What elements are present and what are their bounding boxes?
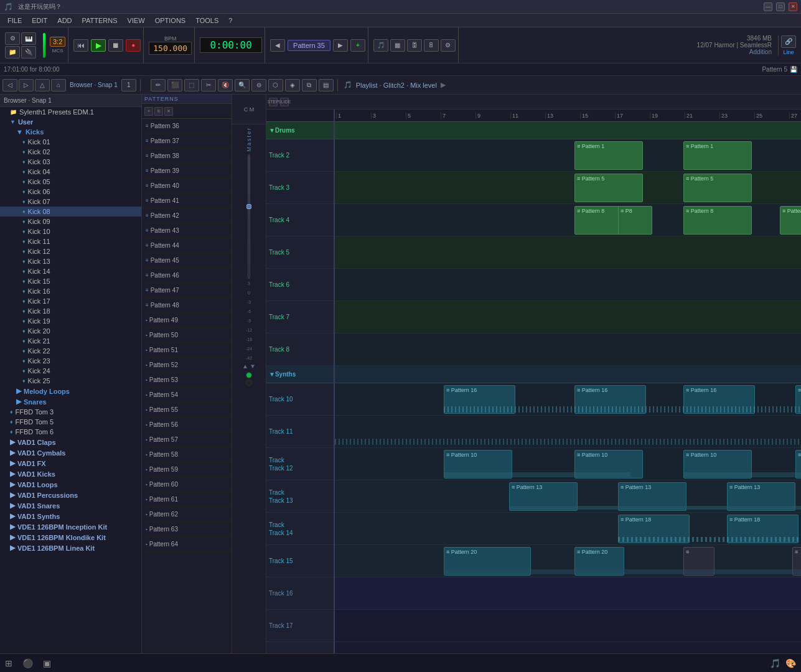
track-10-label[interactable]: Track 10 [266, 383, 334, 416]
kick-02[interactable]: ♦Kick 02 [0, 147, 141, 157]
drums-group-label[interactable]: ▼ Drums [266, 122, 334, 139]
track-11-label[interactable]: Track 11 [266, 416, 334, 448]
pat-block-t3-1[interactable]: ≡ Pattern 5 [574, 174, 643, 202]
browser-button[interactable]: 📁 [5, 46, 20, 58]
track-15-row[interactable]: ≡ Pattern 20 ≡ Pattern 20 ≡ ≡ ≡ ≡ ≡ [335, 545, 801, 577]
vde1-inception-folder[interactable]: ▶ VDE1 126BPM Inception Kit [0, 521, 141, 532]
nav-up-button[interactable]: △ [35, 79, 50, 91]
step-seq-icon[interactable]: ▦ [390, 39, 405, 52]
cut-tool[interactable]: ✂ [201, 79, 216, 91]
melody-loops-folder[interactable]: ▶ Melody Loops [0, 386, 141, 396]
fl-icon[interactable]: 🎵 [770, 658, 780, 668]
track-12-row[interactable]: ≡ Pattern 10 ≡ Pattern 10 ≡ Pattern 10 ≡… [335, 448, 801, 480]
nav-snap-button[interactable]: 1 [121, 79, 136, 91]
bpm-display[interactable]: 150.000 [149, 42, 192, 55]
pattern-63[interactable]: •Pattern 63 [142, 522, 232, 537]
ffbd-tom3[interactable]: ♦FFBD Tom 3 [0, 407, 141, 417]
mute-tool[interactable]: 🔇 [218, 79, 233, 91]
pat-delete-button[interactable]: ✕ [164, 107, 173, 116]
vad1-loops-folder[interactable]: ▶ VAD1 Loops [0, 479, 141, 490]
track-8-label[interactable]: Track 8 [266, 334, 334, 366]
pattern-57[interactable]: •Pattern 57 [142, 432, 232, 447]
close-button[interactable]: ✕ [789, 2, 797, 11]
menu-options[interactable]: OPTIONS [150, 16, 191, 26]
kick-25[interactable]: ♦Kick 25 [0, 376, 141, 386]
pattern-56[interactable]: •Pattern 56 [142, 418, 232, 432]
track-7-row[interactable] [335, 301, 801, 334]
pattern-37[interactable]: ≡Pattern 37 [142, 134, 232, 149]
kick-01[interactable]: ♦Kick 01 [0, 137, 141, 147]
next-pattern-button[interactable]: ▶ [333, 39, 348, 52]
stitch-tool[interactable]: ⬡ [268, 79, 283, 91]
kick-10[interactable]: ♦Kick 10 [0, 226, 141, 236]
pattern-36[interactable]: ≡Pattern 36 [142, 119, 232, 134]
vad1-fx-folder[interactable]: ▶ VAD1 FX [0, 458, 141, 469]
vad1-snares-folder[interactable]: ▶ VAD1 Snares [0, 500, 141, 511]
kick-22[interactable]: ♦Kick 22 [0, 346, 141, 356]
track-13-label[interactable]: TrackTrack 13 [266, 480, 334, 513]
track-2-label[interactable]: Track 2 [266, 139, 334, 172]
vad1-synths-folder[interactable]: ▶ VAD1 Synths [0, 511, 141, 521]
track-14-label[interactable]: TrackTrack 14 [266, 513, 334, 545]
send-led[interactable] [246, 372, 252, 378]
track-3-row[interactable]: ≡ Pattern 5 ≡ Pattern 5 ≡ Pattern 5 ≡P..… [335, 172, 801, 204]
plugin-button[interactable]: 🔌 [21, 46, 36, 58]
playlist-chevron[interactable]: ▶ [441, 81, 446, 89]
zoom-out-tool[interactable]: ⊖ [251, 79, 266, 91]
kick-07[interactable]: ♦Kick 07 [0, 197, 141, 207]
track-3-label[interactable]: Track 3 [266, 172, 334, 204]
track-6-row[interactable]: ≡ Pattern 6 [335, 269, 801, 301]
erase-tool[interactable]: ⬚ [184, 79, 199, 91]
pattern-52[interactable]: •Pattern 52 [142, 358, 232, 373]
track-5-label[interactable]: Track 5 [266, 236, 334, 269]
pattern-49[interactable]: •Pattern 49 [142, 313, 232, 328]
kick-24[interactable]: ♦Kick 24 [0, 366, 141, 376]
track-6-label[interactable]: Track 6 [266, 269, 334, 301]
track-16-row[interactable] [335, 577, 801, 610]
pat-block-t3-2[interactable]: ≡ Pattern 5 [683, 174, 752, 202]
kick-18[interactable]: ♦Kick 18 [0, 306, 141, 316]
pat-clone-button[interactable]: ⎘ [154, 107, 163, 116]
misc-tool1[interactable]: ◈ [285, 79, 300, 91]
record-button[interactable]: ● [126, 39, 141, 52]
track-4-row[interactable]: ≡ Pattern 8 ≡ P8 ≡ Pattern 8 ≡ Pattern 8… [335, 204, 801, 236]
stop-button[interactable]: ⏹ [108, 39, 123, 52]
menu-tools[interactable]: TOOLS [190, 16, 223, 26]
fader-handle[interactable] [246, 204, 251, 209]
track-15-label[interactable]: Track 15 [266, 545, 334, 577]
vad1-percussions-folder[interactable]: ▶ VAD1 Percussions [0, 490, 141, 500]
piano-button[interactable]: 🎹 [21, 32, 36, 45]
track-14-row[interactable]: ≡ Pattern 18 ≡ Pattern 18 ≡ Pattern 19 [335, 513, 801, 545]
misc-tool3[interactable]: ▤ [319, 79, 334, 91]
play-button[interactable]: ▶ [91, 39, 106, 52]
nav-forward-button[interactable]: ▷ [19, 79, 34, 91]
pattern-61[interactable]: •Pattern 61 [142, 492, 232, 507]
snap-icon[interactable]: 🔗 [781, 35, 796, 48]
pattern-44[interactable]: ≡Pattern 44 [142, 238, 232, 253]
pattern-50[interactable]: •Pattern 50 [142, 328, 232, 343]
vde1-klondike-folder[interactable]: ▶ VDE1 126BPM Klondike Kit [0, 532, 141, 543]
track-8-row[interactable] [335, 334, 801, 366]
pat-block-t2-2[interactable]: ≡ Pattern 1 [683, 141, 752, 170]
add-pattern-button[interactable]: + [350, 39, 365, 52]
kick-16[interactable]: ♦Kick 16 [0, 286, 141, 296]
pat-block-t4-3[interactable]: ≡ Pattern 8 [683, 206, 752, 235]
track-12-label[interactable]: TrackTrack 12 [266, 448, 334, 480]
kick-04[interactable]: ♦Kick 04 [0, 167, 141, 177]
pattern-42[interactable]: ≡Pattern 42 [142, 208, 232, 223]
pattern-48[interactable]: ≡Pattern 48 [142, 298, 232, 313]
kick-11[interactable]: ♦Kick 11 [0, 236, 141, 246]
pattern-43[interactable]: ≡Pattern 43 [142, 223, 232, 238]
settings-icon[interactable]: ⚙ [441, 39, 456, 52]
menu-file[interactable]: FILE [2, 16, 27, 26]
mixer-icon[interactable]: 🎚 [424, 39, 439, 52]
pattern-60[interactable]: •Pattern 60 [142, 477, 232, 492]
synths-group-label[interactable]: ▼ Synths [266, 366, 334, 383]
maximize-button[interactable]: □ [776, 2, 785, 11]
grid-scroll-area[interactable]: 1357911131517192123252729313335373941 ≡ … [335, 110, 801, 665]
piano-roll-icon[interactable]: 🎵 [373, 39, 388, 52]
track-11-row[interactable] [335, 416, 801, 448]
kick-12[interactable]: ♦Kick 12 [0, 246, 141, 256]
pattern-41[interactable]: ≡Pattern 41 [142, 194, 232, 208]
track-5-row[interactable] [335, 236, 801, 269]
